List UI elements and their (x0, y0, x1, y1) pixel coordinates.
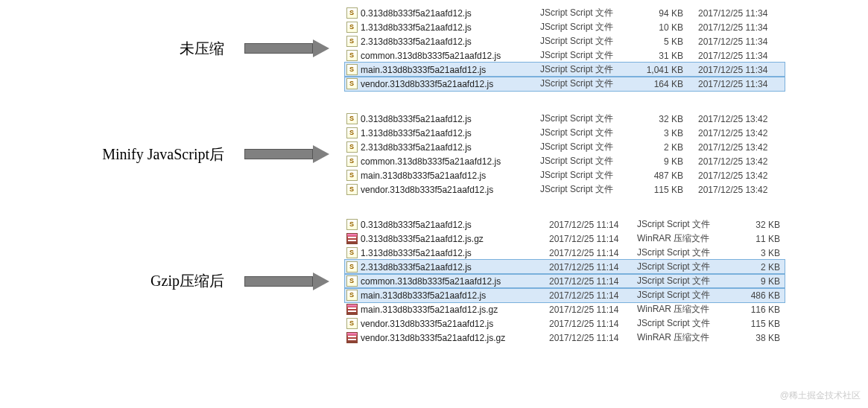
js-file-icon (346, 318, 358, 329)
file-row[interactable]: 0.313d8b333f5a21aafd12.jsJScript Script … (345, 6, 785, 20)
file-name: vendor.313d8b333f5a21aafd12.js (361, 319, 493, 329)
file-date: 2017/12/25 13:42 (688, 168, 785, 182)
file-size: 32 KB (732, 217, 785, 232)
file-size: 116 KB (732, 302, 785, 316)
file-row[interactable]: main.313d8b333f5a21aafd12.js2017/12/25 1… (345, 288, 785, 302)
file-size: 11 KB (732, 232, 785, 246)
file-name: main.313d8b333f5a21aafd12.js (361, 65, 486, 75)
archive-icon (346, 304, 358, 315)
js-file-icon (346, 50, 358, 61)
file-row[interactable]: common.313d8b333f5a21aafd12.js2017/12/25… (345, 274, 785, 288)
file-size: 115 KB (732, 316, 785, 331)
file-name: 1.313d8b333f5a21aafd12.js (361, 22, 472, 33)
file-name: main.313d8b333f5a21aafd12.js.gz (361, 305, 498, 315)
file-row[interactable]: 1.313d8b333f5a21aafd12.jsJScript Script … (345, 20, 785, 34)
file-name: main.313d8b333f5a21aafd12.js (361, 290, 486, 301)
file-type: WinRAR 压缩文件 (636, 232, 732, 246)
file-type: JScript Script 文件 (539, 63, 636, 77)
section-label: Gzip压缩后 (151, 271, 224, 291)
file-row[interactable]: vendor.313d8b333f5a21aafd12.js2017/12/25… (345, 316, 785, 331)
file-type: JScript Script 文件 (636, 288, 732, 302)
file-row[interactable]: 0.313d8b333f5a21aafd12.js2017/12/25 11:1… (345, 217, 785, 232)
js-file-icon (346, 170, 358, 181)
file-date: 2017/12/25 11:14 (539, 274, 636, 288)
file-row[interactable]: vendor.313d8b333f5a21aafd12.jsJScript Sc… (345, 77, 785, 91)
file-name: 1.313d8b333f5a21aafd12.js (361, 248, 472, 258)
file-size: 31 KB (636, 48, 688, 63)
file-size: 3 KB (732, 246, 785, 260)
file-type: JScript Script 文件 (539, 6, 636, 20)
file-type: JScript Script 文件 (539, 168, 636, 182)
file-type: JScript Script 文件 (539, 112, 636, 126)
file-name: vendor.313d8b333f5a21aafd12.js (361, 79, 493, 89)
file-date: 2017/12/25 11:14 (539, 232, 636, 246)
js-file-icon (346, 78, 358, 89)
file-row[interactable]: main.313d8b333f5a21aafd12.js.gz2017/12/2… (345, 302, 785, 316)
file-date: 2017/12/25 11:14 (539, 316, 636, 331)
file-size: 38 KB (732, 331, 785, 345)
file-date: 2017/12/25 13:42 (688, 112, 785, 126)
arrow-right-icon (244, 272, 334, 290)
file-row[interactable]: common.313d8b333f5a21aafd12.jsJScript Sc… (345, 48, 785, 63)
file-name: 0.313d8b333f5a21aafd12.js (361, 114, 472, 124)
file-type: WinRAR 压缩文件 (636, 331, 732, 345)
file-name: common.313d8b333f5a21aafd12.js (361, 51, 501, 61)
file-type: JScript Script 文件 (539, 126, 636, 140)
file-date: 2017/12/25 11:14 (539, 331, 636, 345)
file-date: 2017/12/25 11:14 (539, 246, 636, 260)
js-file-icon (346, 7, 358, 19)
js-file-icon (346, 127, 358, 138)
js-file-icon (346, 275, 358, 287)
file-name: 0.313d8b333f5a21aafd12.js.gz (361, 234, 484, 244)
file-date: 2017/12/25 11:34 (688, 34, 785, 48)
file-type: JScript Script 文件 (636, 274, 732, 288)
file-row[interactable]: 1.313d8b333f5a21aafd12.js2017/12/25 11:1… (345, 246, 785, 260)
file-row[interactable]: main.313d8b333f5a21aafd12.jsJScript Scri… (345, 63, 785, 77)
file-row[interactable]: 2.313d8b333f5a21aafd12.jsJScript Script … (345, 140, 785, 154)
file-name: vendor.313d8b333f5a21aafd12.js (361, 185, 493, 195)
file-name: 1.313d8b333f5a21aafd12.js (361, 128, 472, 138)
file-row[interactable]: 0.313d8b333f5a21aafd12.js.gz2017/12/25 1… (345, 232, 785, 246)
file-row[interactable]: 2.313d8b333f5a21aafd12.jsJScript Script … (345, 34, 785, 48)
file-date: 2017/12/25 13:42 (688, 126, 785, 140)
section-label: 未压缩 (180, 39, 224, 59)
file-date: 2017/12/25 11:14 (539, 217, 636, 232)
file-type: JScript Script 文件 (636, 217, 732, 232)
file-type: JScript Script 文件 (539, 140, 636, 154)
file-date: 2017/12/25 13:42 (688, 182, 785, 197)
file-name: 0.313d8b333f5a21aafd12.js (361, 220, 472, 230)
file-type: JScript Script 文件 (636, 316, 732, 331)
file-row[interactable]: 0.313d8b333f5a21aafd12.jsJScript Script … (345, 112, 785, 126)
js-file-icon (346, 64, 358, 75)
file-type: WinRAR 压缩文件 (636, 302, 732, 316)
file-row[interactable]: vendor.313d8b333f5a21aafd12.js.gz2017/12… (345, 331, 785, 345)
file-row[interactable]: vendor.313d8b333f5a21aafd12.jsJScript Sc… (345, 182, 785, 197)
file-size: 9 KB (636, 154, 688, 168)
file-list: 0.313d8b333f5a21aafd12.jsJScript Script … (345, 6, 785, 91)
file-row[interactable]: common.313d8b333f5a21aafd12.jsJScript Sc… (345, 154, 785, 168)
arrow-right-icon (244, 145, 334, 163)
file-row[interactable]: 2.313d8b333f5a21aafd12.js2017/12/25 11:1… (345, 260, 785, 274)
js-file-icon (346, 290, 358, 301)
js-file-icon (346, 113, 358, 124)
file-date: 2017/12/25 13:42 (688, 140, 785, 154)
file-size: 115 KB (636, 182, 688, 197)
file-size: 3 KB (636, 126, 688, 140)
section-label: Minify JavaScript后 (102, 144, 224, 165)
file-type: JScript Script 文件 (539, 34, 636, 48)
file-row[interactable]: 1.313d8b333f5a21aafd12.jsJScript Script … (345, 126, 785, 140)
compression-section: Minify JavaScript后0.313d8b333f5a21aafd12… (6, 112, 862, 197)
file-name: 0.313d8b333f5a21aafd12.js (361, 8, 472, 19)
file-size: 1,041 KB (636, 63, 688, 77)
file-name: main.313d8b333f5a21aafd12.js (361, 170, 486, 181)
js-file-icon (346, 22, 358, 33)
file-type: JScript Script 文件 (539, 48, 636, 63)
js-file-icon (346, 141, 358, 153)
js-file-icon (346, 247, 358, 258)
file-date: 2017/12/25 11:34 (688, 48, 785, 63)
archive-icon (346, 233, 358, 244)
archive-icon (346, 332, 358, 343)
file-type: JScript Script 文件 (539, 20, 636, 34)
file-size: 10 KB (636, 20, 688, 34)
file-row[interactable]: main.313d8b333f5a21aafd12.jsJScript Scri… (345, 168, 785, 182)
